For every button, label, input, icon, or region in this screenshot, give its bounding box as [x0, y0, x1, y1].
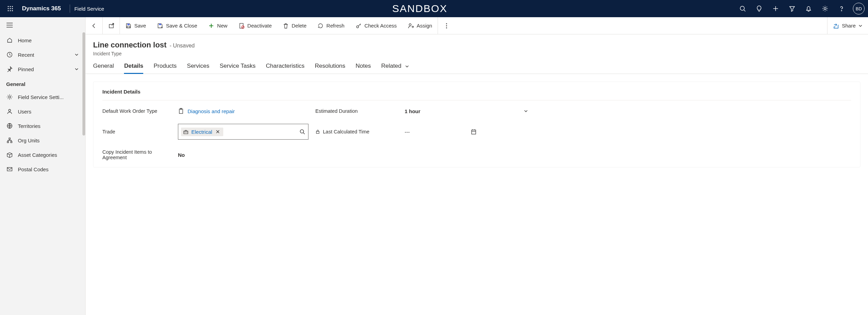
user-avatar[interactable]: BD: [853, 3, 865, 14]
svg-point-3: [8, 8, 9, 9]
back-button[interactable]: [86, 17, 103, 34]
tab-products[interactable]: Products: [154, 63, 177, 74]
svg-point-5: [12, 8, 13, 9]
clipboard-icon: [178, 108, 184, 114]
sidebar-toggle-icon[interactable]: [0, 17, 85, 33]
sidebar-item-users[interactable]: Users: [0, 104, 85, 119]
svg-point-9: [740, 6, 744, 10]
tab-resolutions[interactable]: Resolutions: [315, 63, 346, 74]
record-header: Line connection lost - Unsaved Incident …: [86, 34, 868, 56]
svg-point-7: [10, 10, 11, 11]
site-map-sidebar: Home Recent Pinned General Field Service…: [0, 17, 86, 315]
svg-line-46: [303, 133, 305, 134]
open-in-new-window-button[interactable]: [103, 17, 120, 34]
last-calculated-time-field: ---: [405, 129, 528, 135]
tab-details[interactable]: Details: [124, 63, 143, 74]
sidebar-item-asset-categories[interactable]: Asset Categories: [0, 148, 85, 162]
sidebar-item-home[interactable]: Home: [0, 33, 85, 47]
svg-rect-48: [472, 130, 476, 134]
person-icon: [6, 108, 13, 115]
delete-button[interactable]: Delete: [277, 17, 312, 34]
tab-service-tasks[interactable]: Service Tasks: [220, 63, 256, 74]
sidebar-scrollbar[interactable]: [82, 32, 85, 135]
add-icon[interactable]: [768, 1, 783, 16]
last-calculated-time-value: ---: [405, 129, 410, 135]
check-access-button[interactable]: Check Access: [350, 17, 402, 34]
sidebar-item-recent[interactable]: Recent: [0, 47, 85, 62]
save-and-close-button[interactable]: Save & Close: [151, 17, 203, 34]
help-icon[interactable]: [834, 1, 849, 16]
trade-selected-tag[interactable]: Electrical: [181, 128, 223, 136]
svg-point-8: [12, 10, 13, 11]
tab-general[interactable]: General: [93, 63, 114, 74]
sidebar-item-org-units[interactable]: Org Units: [0, 133, 85, 148]
gear-icon[interactable]: [818, 1, 832, 16]
button-label: Deactivate: [247, 23, 272, 29]
search-icon[interactable]: [735, 1, 750, 16]
svg-rect-28: [127, 26, 130, 28]
key-icon: [356, 23, 362, 29]
deactivate-button[interactable]: Deactivate: [233, 17, 277, 34]
refresh-icon: [317, 23, 324, 29]
sidebar-item-postal-codes[interactable]: Postal Codes: [0, 162, 85, 176]
app-launcher-icon[interactable]: [3, 2, 17, 15]
chevron-down-icon: [858, 24, 863, 28]
bell-icon[interactable]: [801, 1, 816, 16]
overflow-menu-button[interactable]: [438, 17, 455, 34]
button-label: Assign: [417, 23, 432, 29]
pin-icon: [6, 66, 13, 72]
refresh-button[interactable]: Refresh: [312, 17, 350, 34]
sidebar-item-field-service-settings[interactable]: Field Service Setti...: [0, 90, 85, 104]
svg-point-38: [446, 25, 447, 26]
record-title: Line connection lost: [93, 41, 167, 49]
calendar-icon[interactable]: [471, 129, 477, 135]
save-button[interactable]: Save: [120, 17, 151, 34]
svg-rect-40: [179, 109, 183, 113]
sidebar-item-pinned[interactable]: Pinned: [0, 62, 85, 76]
sidebar-section-header: General: [0, 76, 85, 90]
tab-related[interactable]: Related: [381, 63, 409, 74]
svg-rect-23: [7, 141, 9, 143]
divider: [70, 4, 70, 13]
lookup-link-text: Diagnosis and repair: [188, 108, 235, 114]
tab-notes[interactable]: Notes: [356, 63, 371, 74]
default-work-order-type-value[interactable]: Diagnosis and repair: [178, 108, 308, 114]
svg-line-10: [744, 10, 745, 11]
app-name[interactable]: Field Service: [74, 6, 104, 12]
button-label: Check Access: [364, 23, 397, 29]
estimated-duration-field[interactable]: 1 hour: [405, 108, 528, 114]
clock-icon: [6, 52, 13, 58]
filter-icon[interactable]: [785, 1, 799, 16]
chevron-down-icon[interactable]: [523, 109, 528, 113]
toolbox-icon: [183, 129, 189, 134]
svg-point-1: [10, 6, 11, 7]
tab-characteristics[interactable]: Characteristics: [266, 63, 304, 74]
save-close-icon: [157, 23, 163, 29]
svg-point-45: [300, 130, 304, 133]
tab-services[interactable]: Services: [187, 63, 209, 74]
global-nav-bar: Dynamics 365 Field Service SANDBOX BD: [0, 0, 868, 17]
remove-tag-icon[interactable]: [215, 130, 221, 134]
svg-rect-42: [184, 131, 188, 134]
form-tabs: General Details Products Services Servic…: [86, 56, 868, 74]
trade-lookup-field[interactable]: Electrical: [178, 124, 308, 140]
lightbulb-icon[interactable]: [752, 1, 766, 16]
sidebar-item-label: Postal Codes: [18, 166, 48, 172]
command-bar: Save Save & Close New Deactivate Delete …: [86, 17, 868, 34]
svg-point-19: [9, 96, 11, 98]
lookup-search-icon[interactable]: [299, 129, 305, 135]
mail-icon: [6, 166, 13, 172]
svg-rect-25: [7, 167, 12, 171]
share-button[interactable]: Share: [827, 17, 868, 34]
new-button[interactable]: New: [203, 17, 233, 34]
button-label: Delete: [292, 23, 306, 29]
assign-button[interactable]: Assign: [402, 17, 438, 34]
copy-incident-items-value[interactable]: No: [178, 152, 308, 158]
estimated-duration-label: Estimated Duration: [315, 108, 398, 114]
sidebar-item-territories[interactable]: Territories: [0, 119, 85, 133]
svg-rect-24: [11, 141, 12, 143]
environment-label: SANDBOX: [104, 3, 735, 14]
product-name[interactable]: Dynamics 365: [17, 5, 66, 12]
svg-point-0: [8, 6, 9, 7]
svg-rect-29: [159, 24, 161, 25]
